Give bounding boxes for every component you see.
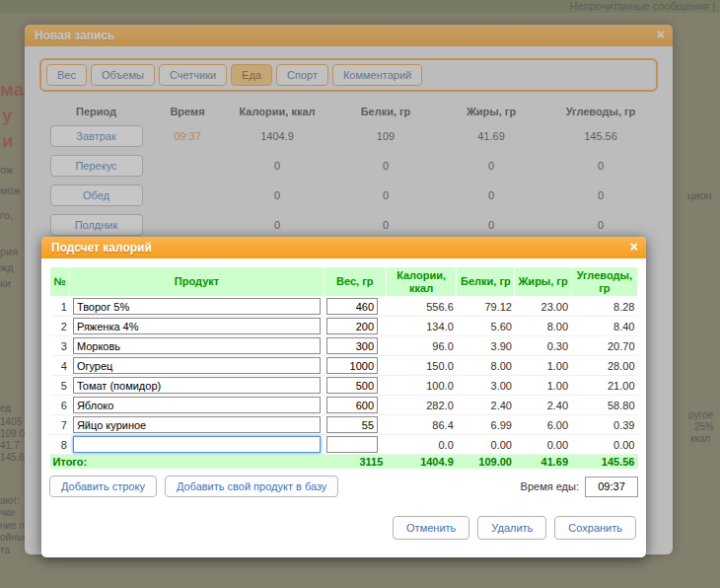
carbs-cell: 8.40 [571,317,637,336]
carbs-cell: 58.80 [571,396,637,415]
cancel-button[interactable]: Отменить [393,516,469,540]
product-input[interactable] [73,357,321,374]
protein-cell: 2.40 [457,396,515,415]
calories-cell: 134.0 [386,317,456,336]
total-protein: 109.00 [457,455,515,470]
product-row: 2 134.0 5.60 8.00 8.40 [50,317,638,336]
product-row: 5 100.0 3.00 1.00 21.00 [50,376,638,396]
calorie-calc-title: Подсчет калорий [51,241,152,255]
close-icon[interactable]: × [630,239,638,255]
product-row: 6 282.0 2.40 2.40 58.80 [50,396,638,415]
weight-input[interactable] [326,397,378,413]
product-input-focused[interactable] [73,436,321,453]
row-number: 6 [50,396,70,415]
calories-cell: 100.0 [386,376,456,396]
carbs-cell: 0.39 [571,415,637,435]
col-header-product: Продукт [70,267,324,297]
protein-cell: 3.00 [457,376,515,396]
fat-cell: 1.00 [515,356,571,376]
product-input[interactable] [73,397,321,413]
col-header-num: № [50,267,70,297]
row-number: 8 [50,435,70,455]
row-number: 2 [50,317,70,336]
protein-cell: 79.12 [457,297,515,317]
weight-input[interactable] [326,377,378,394]
col-header-fat: Жиры, гр [515,267,571,297]
product-row: 1 556.6 79.12 23.00 8.28 [50,297,638,317]
carbs-cell: 28.00 [571,356,637,376]
add-product-button[interactable]: Добавить свой продукт в базу [165,476,338,497]
weight-input[interactable] [326,436,378,453]
save-button[interactable]: Сохранить [554,516,636,540]
weight-input[interactable] [326,337,378,354]
calories-cell: 86.4 [386,415,456,435]
calories-cell: 0.0 [386,435,456,455]
row-number: 4 [50,356,70,376]
row-number: 1 [50,297,70,317]
col-header-protein: Белки, гр [457,267,515,297]
products-table: № Продукт Вес, гр Калории, ккал Белки, г… [49,266,638,469]
weight-input[interactable] [326,318,378,334]
fat-cell: 0.00 [515,435,571,455]
total-calories: 1404.9 [386,455,456,470]
protein-cell: 0.00 [457,435,515,455]
product-input[interactable] [73,298,321,315]
weight-input[interactable] [326,357,378,374]
calorie-calc-dialog: Подсчет калорий × № Продукт Вес, гр Кало… [41,237,646,557]
fat-cell: 6.00 [515,415,571,435]
col-header-weight: Вес, гр [324,267,386,297]
fat-cell: 8.00 [515,317,571,336]
total-carbs: 145.56 [571,455,637,470]
meal-time-input[interactable] [585,477,638,497]
calories-cell: 96.0 [386,336,456,356]
total-weight: 3115 [324,455,386,470]
weight-input[interactable] [326,416,378,433]
product-input[interactable] [73,337,321,354]
carbs-cell: 0.00 [571,435,637,455]
col-header-carbs: Углеводы, гр [571,267,637,297]
calories-cell: 150.0 [386,356,456,376]
calories-cell: 282.0 [386,396,456,415]
col-header-calories: Калории, ккал [386,267,456,297]
weight-input[interactable] [326,298,378,315]
carbs-cell: 21.00 [571,376,637,396]
carbs-cell: 20.70 [571,336,637,356]
totals-row: Итого: 3115 1404.9 109.00 41.69 145.56 [50,455,638,470]
fat-cell: 23.00 [515,297,571,317]
product-input[interactable] [73,377,321,394]
row-number: 5 [50,376,70,396]
calorie-calc-header: Подсчет калорий × [41,237,646,258]
product-row: 8 0.0 0.00 0.00 0.00 [50,435,638,455]
carbs-cell: 8.28 [571,297,637,317]
product-row: 7 86.4 6.99 6.00 0.39 [50,415,638,435]
product-input[interactable] [73,416,321,433]
protein-cell: 6.99 [457,415,515,435]
total-fat: 41.69 [515,455,571,470]
delete-button[interactable]: Удалить [477,516,546,540]
product-row: 4 150.0 8.00 1.00 28.00 [50,356,638,376]
protein-cell: 8.00 [457,356,515,376]
fat-cell: 0.30 [515,336,571,356]
fat-cell: 2.40 [515,396,571,415]
calories-cell: 556.6 [386,297,456,317]
add-row-button[interactable]: Добавить строку [49,476,157,497]
row-number: 7 [50,415,70,435]
totals-label: Итого: [50,455,324,470]
meal-time-label: Время еды: [521,480,579,492]
product-row: 3 96.0 3.90 0.30 20.70 [50,336,638,356]
protein-cell: 3.90 [457,336,515,356]
row-number: 3 [50,336,70,356]
product-input[interactable] [73,318,321,334]
fat-cell: 1.00 [515,376,571,396]
protein-cell: 5.60 [457,317,515,336]
